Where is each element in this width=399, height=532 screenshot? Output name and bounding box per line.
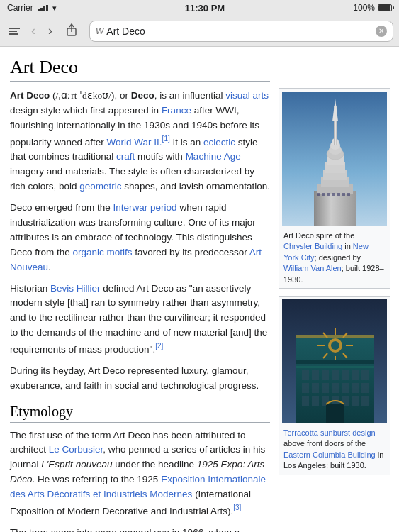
intro-paragraph-3: Historian Bevis Hillier defined Art Deco… (10, 282, 270, 358)
svg-rect-21 (347, 193, 350, 196)
etymology-paragraph-2: The term came into more general use in 1… (10, 526, 270, 532)
svg-rect-54 (342, 396, 349, 406)
wifi-icon: ▾ (52, 4, 57, 13)
svg-rect-35 (296, 366, 374, 368)
craft-link[interactable]: craft (116, 151, 135, 162)
svg-rect-15 (317, 193, 320, 196)
page-title: Art Deco (10, 57, 270, 82)
intro-paragraph-1: Art Deco (/ˌɑːrt ˈdɛkoʊ/), or Deco, is a… (10, 89, 270, 194)
bold-art-deco: Art Deco (10, 90, 50, 101)
content-area: Art Deco Art Deco (/ˌɑːrt ˈdɛkoʊ/), or D… (0, 47, 399, 532)
svg-rect-36 (302, 370, 309, 380)
svg-rect-20 (342, 193, 345, 196)
ref-1: [1] (162, 135, 170, 143)
menu-line (9, 28, 20, 29)
intro-paragraph-4: During its heyday, Art Deco represented … (10, 364, 270, 394)
exposition-link[interactable]: Exposition Internationale des Arts Décor… (10, 474, 266, 499)
right-column: Art Deco spire of the Chrysler Building … (279, 57, 390, 522)
eclectic-link[interactable]: eclectic (203, 136, 235, 147)
svg-rect-43 (302, 383, 309, 393)
svg-rect-34 (296, 360, 374, 364)
time-label: 11:30 PM (185, 3, 225, 13)
svg-rect-51 (312, 396, 319, 406)
sunburst (317, 328, 353, 363)
status-bar: Carrier ▾ 11:30 PM 100% (0, 0, 399, 16)
svg-rect-50 (302, 396, 309, 406)
svg-rect-58 (296, 335, 374, 338)
status-left: Carrier ▾ (7, 3, 57, 13)
svg-rect-57 (326, 404, 344, 423)
svg-rect-40 (342, 370, 349, 380)
clear-search-button[interactable]: ✕ (376, 26, 387, 37)
carrier-label: Carrier (7, 3, 33, 13)
etymology-paragraph-1: The first use of the term Art Deco has b… (10, 428, 270, 519)
battery-icon (378, 4, 392, 11)
svg-rect-19 (337, 193, 340, 196)
back-icon: ‹ (31, 23, 35, 38)
svg-rect-16 (322, 193, 325, 196)
forward-button[interactable]: › (44, 21, 57, 41)
svg-rect-47 (342, 383, 349, 393)
search-input[interactable] (106, 26, 376, 37)
svg-rect-17 (327, 193, 330, 196)
svg-rect-48 (352, 383, 359, 393)
organic-motifs-link[interactable]: organic motifs (73, 247, 133, 257)
william-van-alen-link[interactable]: William Van Alen (283, 264, 342, 272)
sidebar-button[interactable] (6, 25, 23, 38)
art-nouveau-link[interactable]: Art Nouveau (10, 247, 262, 272)
le-corbusier-link[interactable]: Le Corbusier (49, 444, 103, 455)
interwar-link[interactable]: Interwar period (113, 202, 177, 213)
wiki-icon-label: W (96, 26, 103, 36)
svg-rect-42 (361, 370, 369, 380)
nav-bar: ‹ › W ✕ (0, 16, 399, 47)
svg-point-33 (331, 341, 339, 350)
menu-line (9, 33, 18, 35)
eastern-columbia-svg (282, 299, 387, 423)
svg-rect-52 (322, 396, 329, 406)
search-bar[interactable]: W ✕ (89, 21, 393, 42)
svg-rect-45 (322, 383, 329, 393)
visual-arts-link[interactable]: visual arts (225, 90, 269, 101)
etymology-heading: Etymology (10, 404, 270, 423)
chrysler-image (282, 92, 387, 226)
chrysler-caption: Art Deco spire of the Chrysler Building … (282, 229, 387, 285)
terracotta-link[interactable]: Terracotta sunburst design (283, 428, 376, 437)
bevis-hillier-link[interactable]: Bevis Hillier (50, 283, 101, 294)
back-button[interactable]: ‹ (27, 21, 40, 41)
eastern-columbia-link[interactable]: Eastern Columbia Building (283, 450, 376, 459)
svg-rect-37 (312, 370, 319, 380)
chrysler-svg (282, 92, 387, 226)
eastern-columbia-image (282, 299, 387, 423)
signal-icon (38, 4, 48, 11)
share-button[interactable] (61, 20, 82, 43)
svg-rect-49 (361, 383, 369, 393)
ref-3: [3] (233, 504, 241, 511)
svg-rect-41 (352, 370, 359, 380)
ref-2: [2] (155, 342, 163, 350)
figure-eastern-columbia: Terracotta sunburst design above front d… (279, 296, 390, 475)
bold-deco: Deco (131, 90, 154, 101)
svg-rect-56 (361, 396, 369, 406)
main-text: Art Deco Art Deco (/ˌɑːrt ˈdɛkoʊ/), or D… (10, 57, 270, 522)
chrysler-building-link[interactable]: Chrysler Building (283, 242, 342, 250)
status-right: 100% (353, 3, 392, 13)
eastern-columbia-caption: Terracotta sunburst design above front d… (282, 426, 387, 472)
svg-rect-44 (312, 383, 319, 393)
svg-rect-39 (332, 370, 339, 380)
geometric-link[interactable]: geometric (79, 181, 121, 192)
machine-age-link[interactable]: Machine Age (186, 151, 241, 162)
intro-paragraph-2: Deco emerged from the Interwar period wh… (10, 201, 270, 275)
france-link[interactable]: France (162, 105, 191, 116)
svg-rect-38 (322, 370, 329, 380)
svg-rect-46 (332, 383, 339, 393)
menu-line (9, 31, 17, 32)
figure-chrysler: Art Deco spire of the Chrysler Building … (279, 88, 390, 289)
forward-icon: › (48, 23, 52, 38)
share-icon (65, 23, 78, 37)
svg-rect-18 (332, 193, 335, 196)
battery-percent: 100% (353, 3, 375, 13)
wwii-link[interactable]: World War II. (107, 136, 162, 147)
svg-rect-55 (352, 396, 359, 406)
ipa-text: (/ˌɑːrt ˈdɛkoʊ/), or (50, 90, 130, 101)
